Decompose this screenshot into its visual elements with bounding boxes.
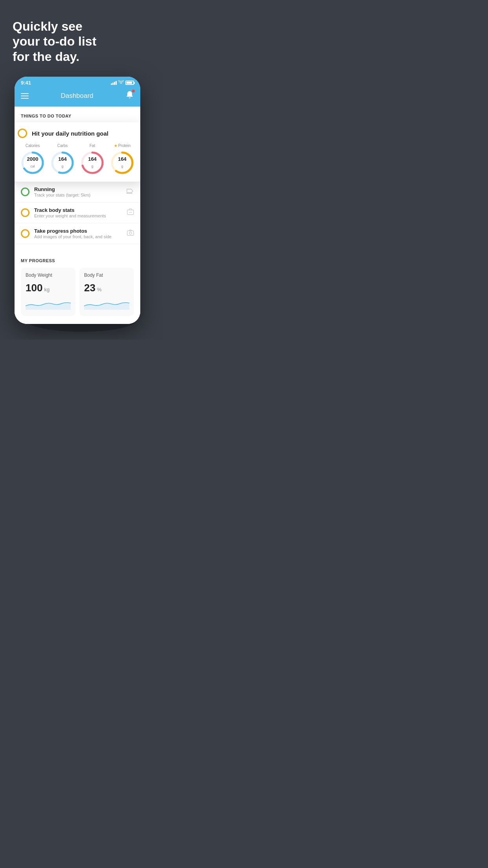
progress-unit: kg [44,287,50,292]
nutrition-circle: 164 g [110,150,135,175]
progress-section-title: MY PROGRESS [21,258,134,263]
nutrition-item-protein: ★Protein 164 g [110,143,135,175]
status-time: 9:41 [21,80,31,86]
things-section-header: THINGS TO DO TODAY [15,107,140,122]
page-wrapper: Quickly see your to-do list for the day.… [0,0,163,340]
progress-value: 23 [84,282,95,294]
progress-card-body-weight[interactable]: Body Weight 100 kg [21,268,75,316]
nutrition-circle: 164 g [80,150,105,175]
nutrition-label: Fat [90,143,95,148]
signal-icon [111,81,117,85]
mini-chart [84,298,129,310]
todo-circle [21,229,29,238]
notification-bell-icon[interactable] [125,90,134,101]
todo-name: Take progress photos [34,228,122,234]
progress-unit: % [97,287,102,292]
nutrition-circle: 164 g [50,150,75,175]
todo-desc: Add images of your front, back, and side [34,234,122,239]
todo-item-running[interactable]: Running Track your stats (target: 5km) [15,182,140,202]
todo-item-photos[interactable]: Take progress photos Add images of your … [15,223,140,244]
progress-card-body-fat[interactable]: Body Fat 23 % [79,268,134,316]
todo-action-icon [127,208,134,217]
todo-list: Running Track your stats (target: 5km) T… [15,182,140,244]
phone-mockup: 9:41 [15,77,148,324]
nutrition-card-title: Hit your daily nutrition goal [32,130,108,137]
nutrition-label: Carbs [57,143,68,148]
status-bar: 9:41 [15,77,140,87]
star-icon: ★ [114,143,117,148]
nutrition-circle: 2000 cal [20,150,45,175]
todo-desc: Enter your weight and measurements [34,213,122,218]
nutrition-todo-circle [18,129,27,138]
nutrition-value: 2000 [27,156,39,162]
app-content: THINGS TO DO TODAY Hit your daily nutrit… [15,107,140,324]
hero-section: Quickly see your to-do list for the day. [0,0,163,77]
things-section-title: THINGS TO DO TODAY [21,114,72,118]
todo-action-icon [127,230,134,237]
nutrition-item-carbs: Carbs 164 g [50,143,75,175]
wifi-icon [118,80,124,86]
todo-desc: Track your stats (target: 5km) [34,193,121,197]
nutrition-value: 164 [88,156,97,162]
header-title: Dashboard [61,92,93,100]
nutrition-item-calories: Calories 2000 cal [20,143,45,175]
svg-rect-10 [127,231,134,235]
card-header: Hit your daily nutrition goal [18,129,137,138]
todo-name: Track body stats [34,207,122,213]
nutrition-value: 164 [58,156,67,162]
nutrition-unit: g [121,164,123,168]
phone-screen: 9:41 [15,77,140,324]
todo-item-body-stats[interactable]: Track body stats Enter your weight and m… [15,202,140,223]
nutrition-unit: cal [30,164,35,168]
progress-section: MY PROGRESS Body Weight 100 kg Body Fat … [15,252,140,316]
progress-card-title: Body Fat [84,272,129,278]
nutrition-label: Calories [26,143,40,148]
nutrition-value: 164 [118,156,127,162]
nutrition-item-fat: Fat 164 g [80,143,105,175]
progress-card-title: Body Weight [26,272,71,278]
battery-icon [125,81,134,85]
nutrition-unit: g [61,164,63,168]
todo-circle [21,188,29,196]
nutrition-grid: Calories 2000 cal Carbs 164 g Fat [18,143,137,175]
todo-name: Running [34,186,121,192]
mini-chart [26,298,71,310]
status-icons [111,80,134,86]
hero-title: Quickly see your to-do list for the day. [13,19,150,64]
nutrition-unit: g [91,164,93,168]
nutrition-card[interactable]: Hit your daily nutrition goal Calories 2… [15,122,140,182]
progress-value: 100 [26,282,42,294]
progress-cards: Body Weight 100 kg Body Fat 23 % [21,268,134,316]
todo-circle [21,208,29,217]
nutrition-label: ★Protein [114,143,131,148]
hamburger-menu[interactable] [21,93,29,99]
app-header: Dashboard [15,87,140,107]
svg-point-11 [129,232,132,234]
todo-action-icon [126,188,134,196]
